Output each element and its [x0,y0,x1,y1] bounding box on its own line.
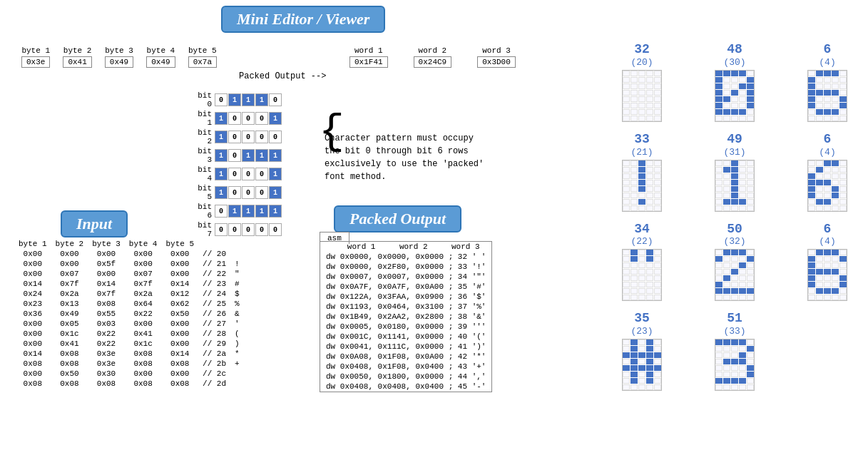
bit-cell: 1 [228,93,241,106]
pixel-cell [808,90,815,96]
pixel-cell [824,193,831,198]
table-cell: 0x1c [51,329,88,339]
table-cell: 0x2a [125,289,162,299]
pixel-cell [630,199,638,205]
pixel-cell [654,173,661,179]
packed-table-cell: dw 0x0000, 0x0000, 0x0000 ; 32 ' ' [320,252,492,262]
pixel-cell [816,90,823,96]
table-cell: 0x03 [88,319,125,329]
table-cell: 0x5f [88,259,125,269]
pixel-cell [839,193,847,198]
pixel-cell [715,103,723,108]
table-cell: 0x14 [14,279,51,289]
pixel-cell [654,275,661,281]
top-byte-1-label: byte 1 [21,46,50,55]
table-row: dw 0x0050, 0x1800, 0x0000 ; 44 ',' [320,372,492,382]
pixel-cell [747,352,754,358]
pixel-cell [739,372,746,377]
packed-table-header: word 3 [439,242,492,252]
pixel-cell [824,288,831,294]
pixel-cell [646,193,653,198]
pixel-cell [630,256,638,262]
pixel-cell [654,282,661,287]
pixel-cell [739,262,746,268]
pixel-cell [747,384,754,390]
bit-row-label: bit 4 [189,165,212,183]
bit-row: bit 410001 [189,165,282,183]
pixel-cell [731,205,738,211]
pixel-cell [638,180,645,185]
pixel-cell [715,250,723,255]
char-block: 6(4) [788,133,867,212]
pixel-cell [824,269,831,275]
pixel-cell [832,205,839,211]
table-cell: // 29 [198,339,230,349]
pixel-grid [715,70,755,122]
pixel-cell [654,384,661,390]
pixel-cell [654,346,661,352]
pixel-cell [816,160,823,166]
table-cell: 0x2a [51,289,88,299]
pixel-cell [731,167,738,173]
pixel-cell [630,71,638,76]
pixel-cell [715,90,723,96]
pixel-cell [623,83,630,89]
bit-cell: 0 [215,93,228,106]
top-byte-1-value: 0x3e [21,56,50,68]
table-cell: ' [230,319,244,329]
pixel-cell [731,199,738,205]
pixel-cell [808,186,815,192]
pixel-cell [731,262,738,268]
pixel-cell [654,160,661,166]
pixel-cell [839,77,847,83]
pixel-grid [622,249,662,301]
pixel-cell [747,103,754,108]
char-number: 35 [634,312,650,326]
pixel-cell [646,372,653,377]
pixel-cell [808,103,815,108]
table-cell: 0x3e [88,349,125,359]
top-word-3: word 3 0x3D00 [477,46,516,68]
pixel-cell [646,295,653,300]
pixel-cell [816,275,823,281]
pixel-cell [739,109,746,115]
table-cell: 0x3e [88,359,125,369]
pixel-cell [630,359,638,364]
pixel-cell [723,352,730,358]
pixel-cell [839,109,847,115]
pixel-cell [731,372,738,377]
pixel-cell [630,384,638,390]
table-cell: // 2d [198,379,230,389]
pixel-cell [646,256,653,262]
pixel-cell [630,352,638,358]
pixel-cell [623,205,630,211]
pixel-grid [622,339,662,391]
pixel-cell [816,295,823,300]
pixel-cell [623,173,630,179]
pixel-cell [747,205,754,211]
pixel-cell [824,160,831,166]
pixel-cell [623,346,630,352]
packed-table-cell: dw 0x0A08, 0x1F08, 0x0A00 ; 42 '*' [320,352,492,362]
bit-cell: 1 [255,93,268,106]
pixel-cell [638,199,645,205]
pixel-cell [630,167,638,173]
pixel-cell [630,288,638,294]
pixel-cell [747,160,754,166]
pixel-cell [816,262,823,268]
pixel-cell [630,378,638,384]
pixel-cell [623,295,630,300]
pixel-cell [654,372,661,377]
pixel-cell [723,109,730,115]
char-sub: (4) [819,236,835,247]
pixel-cell [808,173,815,179]
pixel-cell [808,250,815,255]
pixel-cell [654,90,661,96]
pixel-cell [808,77,815,83]
top-byte-2-value: 0x41 [63,56,91,68]
pixel-cell [739,90,746,96]
pixel-cell [731,160,738,166]
pixel-cell [839,71,847,76]
pixel-cell [630,116,638,121]
pixel-cell [739,346,746,352]
